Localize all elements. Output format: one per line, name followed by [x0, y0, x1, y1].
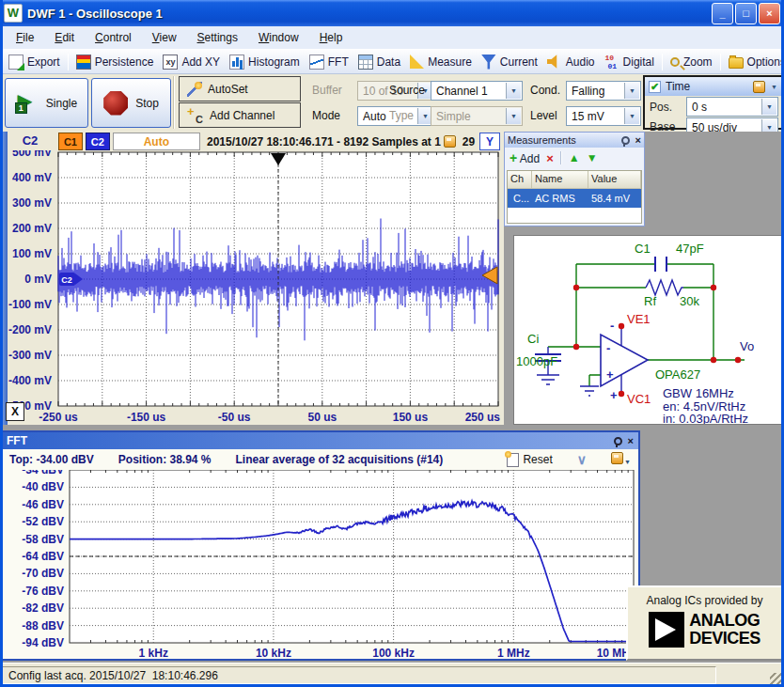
status-bar: Config last acq. 2015/10/27 18:10:46.296 — [0, 663, 784, 687]
measurements-title: Measurements — [508, 134, 576, 146]
stop-icon — [103, 91, 128, 116]
x-cursors-button[interactable]: X — [6, 402, 24, 421]
scope-plot[interactable]: 500 mV400 mV300 mV200 mV100 mV0 mV-100 m… — [8, 150, 504, 429]
resize-grip[interactable] — [770, 673, 783, 686]
time-panel: ✔ Time ▼ Pos. 0 s▼ Base 50 us/div▼ — [643, 75, 783, 130]
menu-view[interactable]: View — [142, 28, 187, 47]
scope-export-icon[interactable] — [444, 135, 456, 148]
add-channel-button[interactable]: Add Channel — [179, 102, 301, 128]
close-icon[interactable]: × — [635, 134, 641, 146]
ve1-sign: - — [610, 319, 614, 333]
toolbar-data-label: Data — [377, 55, 400, 69]
autoset-button[interactable]: AutoSet — [179, 76, 301, 101]
plus-icon: + — [510, 150, 517, 165]
channel1-badge[interactable]: C1 — [58, 133, 83, 150]
data-icon — [358, 55, 373, 70]
stop-button[interactable]: Stop — [91, 78, 171, 128]
toolbar-export-label: Export — [27, 55, 60, 69]
acquisition-info-suffix: 29 — [463, 135, 475, 148]
add-measurement-button[interactable]: + Add — [510, 150, 540, 165]
column-value[interactable]: Value — [588, 171, 641, 188]
toolbar-data[interactable]: Data — [353, 53, 405, 71]
fft-reset-button[interactable]: Reset — [507, 453, 552, 467]
column-name[interactable]: Name — [532, 171, 588, 188]
menu-help[interactable]: Help — [309, 28, 353, 47]
svg-text:0 mV: 0 mV — [24, 273, 52, 286]
toolbar-audio[interactable]: Audio — [542, 53, 600, 71]
minimize-button[interactable]: _ — [712, 3, 733, 24]
single-button[interactable]: Single — [5, 78, 88, 128]
pos-value: 0 s — [692, 101, 760, 114]
toolbar-current[interactable]: Current — [477, 53, 542, 71]
measurements-title-bar[interactable]: Measurements × — [505, 133, 644, 148]
toolbar-digital[interactable]: Digital — [600, 53, 659, 71]
c1-value: 47pF — [676, 242, 704, 256]
fft-title-bar[interactable]: FFT × — [2, 432, 638, 449]
fft-gear-button[interactable]: ▼ — [611, 452, 631, 467]
cond-value: Falling — [572, 85, 623, 98]
time-gear-icon[interactable] — [753, 81, 765, 93]
toolbar-histogram-label: Histogram — [248, 55, 300, 69]
fft-top-value: Top: -34.00 dBV — [9, 453, 94, 466]
chevron-icon[interactable]: ∨ — [577, 452, 587, 467]
trigger-mode-indicator: Auto — [113, 133, 200, 150]
toolbar-zoom[interactable]: Zoom — [666, 54, 717, 70]
measurements-table: Ch Name Value C... AC RMS 58.4 mV — [507, 170, 642, 224]
svg-text:250 us: 250 us — [465, 411, 501, 424]
scope-axis-channel: C2 — [8, 133, 53, 148]
zoom-icon — [670, 57, 680, 67]
rf-value: 30k — [680, 294, 699, 308]
channel2-badge[interactable]: C2 — [86, 133, 110, 150]
waveforms-window: W DWF 1 - Oscilloscope 1 _ □ × File Edit… — [0, 0, 784, 687]
vc1-sign: + — [610, 388, 618, 402]
toolbar-persistence[interactable]: Persistence — [71, 53, 159, 71]
toolbar-options[interactable]: Options — [724, 54, 784, 70]
y-cursors-button[interactable]: Y — [479, 133, 500, 150]
svg-text:-34 dBV: -34 dBV — [22, 470, 64, 476]
move-up-button[interactable]: ▲ — [569, 151, 580, 164]
menu-settings[interactable]: Settings — [187, 28, 248, 47]
maximize-button[interactable]: □ — [735, 3, 757, 24]
cond-select[interactable]: Falling▼ — [566, 81, 641, 101]
close-button[interactable]: × — [759, 3, 780, 24]
title-bar[interactable]: W DWF 1 - Oscilloscope 1 _ □ × — [0, 0, 784, 26]
pos-select[interactable]: 0 s▼ — [686, 97, 778, 117]
source-value: Channel 1 — [436, 85, 505, 98]
fft-reset-label: Reset — [523, 453, 552, 466]
toolbar-add-xy[interactable]: xyAdd XY — [158, 53, 225, 71]
pin-icon[interactable] — [614, 437, 622, 445]
toolbar-digital-label: Digital — [623, 55, 654, 69]
time-checkbox[interactable]: ✔ — [649, 81, 661, 93]
single-icon — [16, 92, 39, 115]
toolbar-measure[interactable]: Measure — [405, 53, 477, 70]
scope-dock-handle[interactable] — [0, 132, 8, 425]
menu-file[interactable]: File — [6, 28, 44, 47]
source-select[interactable]: Channel 1▼ — [431, 81, 523, 101]
toolbar-separator — [68, 54, 69, 70]
level-select[interactable]: 15 mV▼ — [566, 106, 641, 126]
move-down-button[interactable]: ▼ — [587, 151, 598, 164]
fft-window: FFT × Top: -34.00 dBV Position: 38.94 % … — [0, 430, 640, 661]
menu-edit[interactable]: Edit — [44, 28, 85, 47]
close-icon[interactable]: × — [628, 435, 634, 446]
svg-text:100 kHz: 100 kHz — [372, 647, 415, 660]
histogram-icon — [229, 55, 244, 70]
fft-icon — [309, 55, 324, 70]
delete-measurement-button[interactable]: × — [546, 151, 554, 165]
pin-icon[interactable] — [621, 136, 630, 145]
toolbar-export[interactable]: Export — [4, 53, 65, 71]
svg-text:100 mV: 100 mV — [12, 247, 52, 260]
toolbar-fft[interactable]: FFT — [305, 53, 353, 71]
status-message: Config last acq. 2015/10/27 18:10:46.296 — [2, 666, 716, 684]
noninverting-input-sign: + — [606, 367, 614, 382]
fft-plot[interactable]: -34 dBV-40 dBV-46 dBV-52 dBV-58 dBV-64 d… — [2, 470, 637, 660]
measurement-row[interactable]: C... AC RMS 58.4 mV — [508, 189, 641, 208]
toolbar-histogram[interactable]: Histogram — [225, 53, 305, 71]
analog-devices-logo: ANALOG DEVICES — [628, 612, 781, 648]
menu-window[interactable]: Window — [248, 28, 309, 47]
svg-text:C2: C2 — [61, 275, 72, 285]
column-ch[interactable]: Ch — [508, 171, 532, 188]
menu-control[interactable]: Control — [85, 28, 142, 47]
menu-bar: File Edit Control View Settings Window H… — [0, 26, 784, 49]
time-panel-header[interactable]: ✔ Time ▼ — [645, 77, 781, 96]
